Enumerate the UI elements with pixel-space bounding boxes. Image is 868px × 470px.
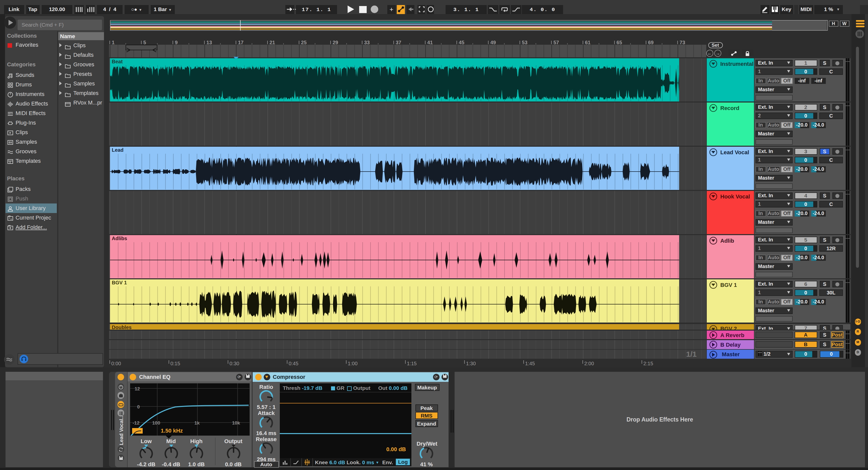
- svg-text:1:15: 1:15: [407, 361, 417, 366]
- svg-text:0:45: 0:45: [288, 361, 299, 366]
- svg-text:10k: 10k: [232, 420, 240, 425]
- svg-text:2:15: 2:15: [644, 361, 653, 366]
- svg-text:-12: -12: [133, 420, 140, 425]
- svg-text:1:00: 1:00: [348, 361, 358, 366]
- svg-text:0:30: 0:30: [229, 361, 239, 366]
- svg-text:0:15: 0:15: [170, 361, 180, 366]
- svg-text:2:00: 2:00: [584, 361, 594, 366]
- svg-text:100: 100: [152, 420, 160, 425]
- svg-text:1:45: 1:45: [525, 361, 535, 366]
- svg-text:1k: 1k: [194, 420, 200, 425]
- svg-text:0: 0: [137, 404, 140, 409]
- svg-text:0:00: 0:00: [111, 361, 121, 366]
- svg-text:1:30: 1:30: [466, 361, 476, 366]
- svg-text:12: 12: [135, 386, 140, 391]
